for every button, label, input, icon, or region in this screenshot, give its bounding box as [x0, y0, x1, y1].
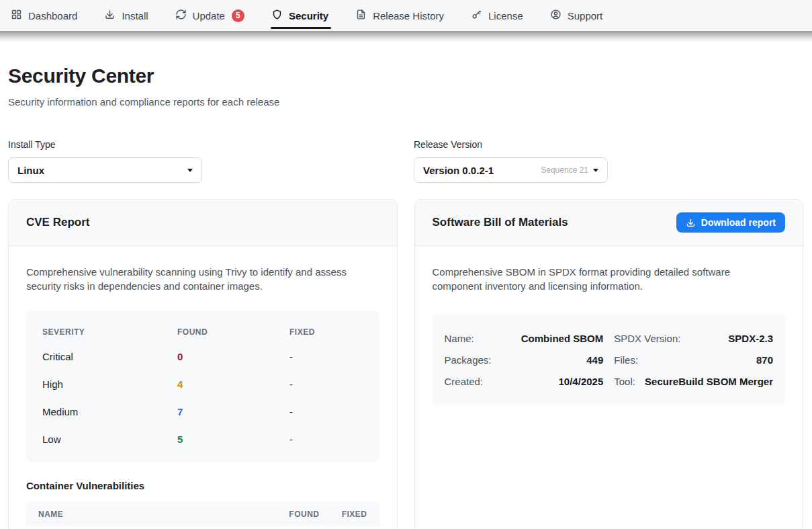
sbom-card-header: Software Bill of Materials Download repo…	[415, 200, 803, 246]
field-label: Packages:	[445, 354, 492, 366]
fixed-count: -	[289, 351, 363, 362]
severity-table-header: SEVERITY FOUND FIXED	[42, 319, 363, 343]
nav-item-update[interactable]: Update 5	[175, 0, 244, 31]
main-content: Security Center Security information and…	[0, 65, 812, 529]
nav-item-security[interactable]: Security	[271, 0, 328, 31]
container-vulnerabilities-header: NAME FOUND FIXED	[26, 501, 379, 526]
severity-label: Medium	[42, 406, 177, 417]
download-icon	[686, 218, 696, 228]
nav-item-release-history[interactable]: Release History	[355, 0, 444, 31]
file-text-icon	[355, 9, 367, 22]
header-scroll-shadow	[0, 31, 812, 42]
install-type-label: Install Type	[8, 139, 202, 150]
install-type-select[interactable]: Linux	[8, 157, 202, 183]
install-type-filter: Install Type Linux	[8, 139, 202, 183]
field-value: 870	[756, 354, 773, 366]
field-value: 449	[586, 354, 603, 366]
nav-item-license[interactable]: License	[471, 0, 523, 31]
table-row: Low 5 -	[42, 425, 363, 453]
fixed-column-header: FIXED	[320, 510, 367, 519]
key-icon	[471, 9, 482, 22]
sbom-info-grid: Name: Combined SBOM SPDX Version: SPDX-2…	[433, 314, 786, 405]
field-label: SPDX Version:	[614, 333, 680, 344]
page-title: Security Center	[8, 65, 803, 87]
found-count: 5	[177, 434, 289, 445]
field-label: Tool:	[614, 376, 635, 387]
sbom-field-name: Name: Combined SBOM	[445, 327, 604, 349]
field-value: SPDX-2.3	[728, 333, 773, 344]
sbom-description: Comprehensive SBOM in SPDX format provid…	[433, 265, 778, 293]
severity-label: High	[42, 378, 177, 390]
top-navigation: Dashboard Install Update 5 Security Rele…	[0, 0, 812, 31]
sequence-hint: Sequence 21	[541, 165, 588, 175]
container-vulnerabilities-title: Container Vulnerabilities	[26, 480, 379, 491]
field-value: Combined SBOM	[521, 333, 604, 344]
nav-item-label: License	[488, 10, 523, 22]
download-report-button[interactable]: Download report	[676, 212, 785, 233]
refresh-icon	[175, 9, 187, 22]
release-version-select[interactable]: Version 0.0.2-1 Sequence 21	[414, 157, 608, 183]
nav-item-label: Support	[568, 10, 603, 22]
chevron-down-icon	[593, 169, 598, 172]
nav-item-dashboard[interactable]: Dashboard	[11, 0, 77, 31]
download-icon	[104, 9, 116, 22]
cve-card-title: CVE Report	[26, 216, 89, 229]
cve-description: Comprehensive vulnerability scanning usi…	[26, 265, 379, 293]
release-version-filter: Release Version Version 0.0.2-1 Sequence…	[414, 139, 608, 183]
field-label: Created:	[445, 376, 484, 387]
release-version-label: Release Version	[414, 139, 608, 150]
filters-row: Install Type Linux Release Version Versi…	[8, 139, 803, 183]
field-value: 10/4/2025	[559, 376, 604, 387]
nav-item-install[interactable]: Install	[104, 0, 148, 31]
severity-label: Low	[42, 434, 177, 445]
page-subtitle: Security information and compliance repo…	[8, 96, 803, 108]
field-label: Name:	[445, 333, 474, 344]
severity-column-header: SEVERITY	[42, 327, 177, 337]
fixed-count: -	[289, 406, 363, 417]
sbom-field-tool: Tool: SecureBuild SBOM Merger	[614, 370, 773, 392]
install-type-value: Linux	[17, 165, 44, 176]
field-label: Files:	[614, 354, 638, 366]
found-count: 7	[177, 406, 289, 417]
found-count: 0	[177, 351, 289, 362]
field-value: SecureBuild SBOM Merger	[645, 376, 773, 387]
sbom-field-files: Files: 870	[614, 349, 773, 370]
sbom-field-spdx-version: SPDX Version: SPDX-2.3	[614, 327, 773, 349]
nav-item-label: Dashboard	[28, 10, 77, 22]
sbom-card-body: Comprehensive SBOM in SPDX format provid…	[415, 246, 803, 405]
update-count-badge: 5	[232, 9, 244, 22]
found-count: 4	[177, 378, 289, 390]
sbom-field-created: Created: 10/4/2025	[445, 370, 604, 392]
cve-card-body: Comprehensive vulnerability scanning usi…	[9, 246, 397, 526]
found-column-header: FOUND	[289, 510, 319, 519]
sbom-card: Software Bill of Materials Download repo…	[414, 199, 804, 529]
nav-item-support[interactable]: Support	[550, 0, 603, 31]
nav-item-label: Release History	[373, 10, 444, 22]
download-report-label: Download report	[701, 217, 776, 228]
nav-item-label: Install	[122, 10, 148, 22]
cve-report-card: CVE Report Comprehensive vulnerability s…	[8, 199, 398, 529]
severity-table: SEVERITY FOUND FIXED Critical 0 - High 4…	[26, 311, 379, 462]
shield-icon	[271, 9, 283, 22]
sbom-card-title: Software Bill of Materials	[433, 216, 568, 229]
release-version-value: Version 0.0.2-1	[423, 165, 494, 176]
name-column-header: NAME	[38, 510, 289, 519]
table-row: Critical 0 -	[42, 343, 363, 370]
cve-card-header: CVE Report	[9, 200, 397, 246]
chevron-down-icon	[187, 169, 193, 172]
nav-item-label: Security	[289, 10, 328, 22]
fixed-count: -	[289, 434, 363, 445]
table-row: Medium 7 -	[42, 398, 363, 425]
user-circle-icon	[550, 9, 561, 22]
table-row: High 4 -	[42, 370, 363, 398]
nav-item-label: Update	[193, 10, 225, 22]
fixed-count: -	[289, 378, 363, 390]
severity-label: Critical	[42, 351, 177, 362]
dashboard-grid-icon	[11, 9, 22, 22]
found-column-header: FOUND	[177, 327, 289, 337]
cards-row: CVE Report Comprehensive vulnerability s…	[8, 199, 803, 529]
fixed-column-header: FIXED	[289, 327, 363, 337]
sbom-field-packages: Packages: 449	[445, 349, 604, 370]
